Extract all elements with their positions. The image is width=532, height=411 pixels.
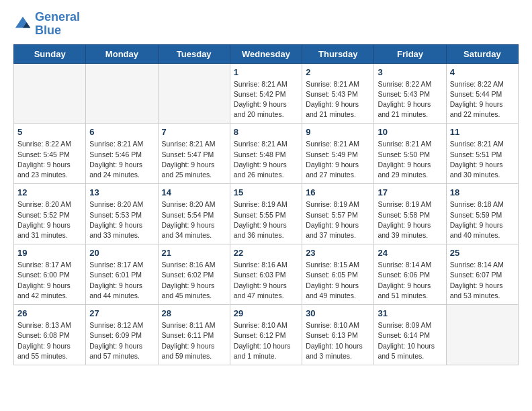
weekday-header-wednesday: Wednesday [230,44,302,63]
calendar-cell: 25Sunrise: 8:14 AM Sunset: 6:07 PM Dayli… [446,244,518,305]
day-number: 4 [450,67,515,77]
day-info: Sunrise: 8:21 AM Sunset: 5:46 PM Dayligh… [89,139,154,180]
day-number: 2 [306,67,370,77]
day-number: 11 [450,127,515,137]
day-number: 27 [89,308,154,318]
day-info: Sunrise: 8:19 AM Sunset: 5:55 PM Dayligh… [234,199,298,240]
day-number: 22 [234,248,298,258]
logo-general: General [35,10,80,24]
calendar-cell: 20Sunrise: 8:17 AM Sunset: 6:01 PM Dayli… [86,244,158,305]
calendar-cell: 23Sunrise: 8:15 AM Sunset: 6:05 PM Dayli… [302,244,374,305]
day-info: Sunrise: 8:17 AM Sunset: 6:00 PM Dayligh… [17,260,82,301]
day-info: Sunrise: 8:17 AM Sunset: 6:01 PM Dayligh… [89,260,154,301]
calendar-cell: 2Sunrise: 8:21 AM Sunset: 5:43 PM Daylig… [302,63,374,124]
weekday-header-friday: Friday [374,44,446,63]
day-info: Sunrise: 8:21 AM Sunset: 5:50 PM Dayligh… [378,139,442,180]
day-number: 30 [306,308,370,318]
logo: General Blue [13,11,80,38]
day-info: Sunrise: 8:20 AM Sunset: 5:52 PM Dayligh… [17,199,82,240]
calendar-cell: 18Sunrise: 8:18 AM Sunset: 5:59 PM Dayli… [446,184,518,244]
day-number: 13 [89,187,154,197]
day-info: Sunrise: 8:21 AM Sunset: 5:48 PM Dayligh… [234,139,298,180]
day-info: Sunrise: 8:19 AM Sunset: 5:58 PM Dayligh… [378,199,442,240]
calendar-cell: 10Sunrise: 8:21 AM Sunset: 5:50 PM Dayli… [374,124,446,184]
day-info: Sunrise: 8:22 AM Sunset: 5:44 PM Dayligh… [450,79,515,120]
day-info: Sunrise: 8:21 AM Sunset: 5:42 PM Dayligh… [234,79,298,120]
calendar-cell: 26Sunrise: 8:13 AM Sunset: 6:08 PM Dayli… [14,305,86,365]
calendar-cell: 5Sunrise: 8:22 AM Sunset: 5:45 PM Daylig… [14,124,86,184]
day-info: Sunrise: 8:18 AM Sunset: 5:59 PM Dayligh… [450,199,515,240]
day-number: 29 [234,308,298,318]
day-info: Sunrise: 8:10 AM Sunset: 6:12 PM Dayligh… [234,320,298,361]
day-info: Sunrise: 8:10 AM Sunset: 6:13 PM Dayligh… [306,320,370,361]
day-info: Sunrise: 8:15 AM Sunset: 6:05 PM Dayligh… [306,260,370,301]
day-number: 16 [306,187,370,197]
day-info: Sunrise: 8:21 AM Sunset: 5:43 PM Dayligh… [306,79,370,120]
logo-text: General Blue [35,11,80,38]
day-number: 18 [450,187,515,197]
week-row-1: 1Sunrise: 8:21 AM Sunset: 5:42 PM Daylig… [14,63,519,124]
calendar-cell: 27Sunrise: 8:12 AM Sunset: 6:09 PM Dayli… [86,305,158,365]
week-row-5: 26Sunrise: 8:13 AM Sunset: 6:08 PM Dayli… [14,305,519,365]
day-number: 7 [162,127,226,137]
day-info: Sunrise: 8:20 AM Sunset: 5:54 PM Dayligh… [162,199,226,240]
day-number: 25 [450,248,515,258]
calendar-cell [446,305,518,365]
day-number: 14 [162,187,226,197]
calendar-cell [158,63,230,124]
calendar-cell: 12Sunrise: 8:20 AM Sunset: 5:52 PM Dayli… [14,184,86,244]
calendar-cell [14,63,86,124]
day-info: Sunrise: 8:09 AM Sunset: 6:14 PM Dayligh… [378,320,442,361]
calendar-cell: 7Sunrise: 8:21 AM Sunset: 5:47 PM Daylig… [158,124,230,184]
day-info: Sunrise: 8:22 AM Sunset: 5:43 PM Dayligh… [378,79,442,120]
day-number: 23 [306,248,370,258]
day-info: Sunrise: 8:16 AM Sunset: 6:02 PM Dayligh… [162,260,226,301]
day-info: Sunrise: 8:21 AM Sunset: 5:51 PM Dayligh… [450,139,515,180]
calendar-cell: 4Sunrise: 8:22 AM Sunset: 5:44 PM Daylig… [446,63,518,124]
day-number: 24 [378,248,442,258]
calendar-cell: 19Sunrise: 8:17 AM Sunset: 6:00 PM Dayli… [14,244,86,305]
day-info: Sunrise: 8:21 AM Sunset: 5:47 PM Dayligh… [162,139,226,180]
day-number: 3 [378,67,442,77]
day-info: Sunrise: 8:13 AM Sunset: 6:08 PM Dayligh… [17,320,82,361]
week-row-3: 12Sunrise: 8:20 AM Sunset: 5:52 PM Dayli… [14,184,519,244]
weekday-header-saturday: Saturday [446,44,518,63]
calendar-cell: 21Sunrise: 8:16 AM Sunset: 6:02 PM Dayli… [158,244,230,305]
calendar-cell: 9Sunrise: 8:21 AM Sunset: 5:49 PM Daylig… [302,124,374,184]
logo-blue: Blue [35,24,80,38]
week-row-2: 5Sunrise: 8:22 AM Sunset: 5:45 PM Daylig… [14,124,519,184]
calendar-cell: 8Sunrise: 8:21 AM Sunset: 5:48 PM Daylig… [230,124,302,184]
day-number: 31 [378,308,442,318]
day-number: 15 [234,187,298,197]
calendar-cell: 29Sunrise: 8:10 AM Sunset: 6:12 PM Dayli… [230,305,302,365]
calendar-cell: 17Sunrise: 8:19 AM Sunset: 5:58 PM Dayli… [374,184,446,244]
day-number: 8 [234,127,298,137]
calendar-cell [86,63,158,124]
day-info: Sunrise: 8:11 AM Sunset: 6:11 PM Dayligh… [162,320,226,361]
weekday-header-sunday: Sunday [14,44,86,63]
day-number: 5 [17,127,82,137]
weekday-header-monday: Monday [86,44,158,63]
calendar-table: SundayMondayTuesdayWednesdayThursdayFrid… [13,44,519,365]
day-number: 21 [162,248,226,258]
calendar-cell: 22Sunrise: 8:16 AM Sunset: 6:03 PM Dayli… [230,244,302,305]
logo-icon [13,15,32,34]
calendar-cell: 28Sunrise: 8:11 AM Sunset: 6:11 PM Dayli… [158,305,230,365]
calendar-cell: 14Sunrise: 8:20 AM Sunset: 5:54 PM Dayli… [158,184,230,244]
weekday-header-row: SundayMondayTuesdayWednesdayThursdayFrid… [14,44,519,63]
calendar-cell: 1Sunrise: 8:21 AM Sunset: 5:42 PM Daylig… [230,63,302,124]
calendar-cell: 6Sunrise: 8:21 AM Sunset: 5:46 PM Daylig… [86,124,158,184]
day-number: 1 [234,67,298,77]
calendar-cell: 15Sunrise: 8:19 AM Sunset: 5:55 PM Dayli… [230,184,302,244]
weekday-header-thursday: Thursday [302,44,374,63]
calendar-cell: 31Sunrise: 8:09 AM Sunset: 6:14 PM Dayli… [374,305,446,365]
day-info: Sunrise: 8:16 AM Sunset: 6:03 PM Dayligh… [234,260,298,301]
calendar-cell: 13Sunrise: 8:20 AM Sunset: 5:53 PM Dayli… [86,184,158,244]
calendar-cell: 3Sunrise: 8:22 AM Sunset: 5:43 PM Daylig… [374,63,446,124]
week-row-4: 19Sunrise: 8:17 AM Sunset: 6:00 PM Dayli… [14,244,519,305]
day-info: Sunrise: 8:19 AM Sunset: 5:57 PM Dayligh… [306,199,370,240]
day-number: 20 [89,248,154,258]
day-info: Sunrise: 8:22 AM Sunset: 5:45 PM Dayligh… [17,139,82,180]
day-number: 26 [17,308,82,318]
day-number: 19 [17,248,82,258]
